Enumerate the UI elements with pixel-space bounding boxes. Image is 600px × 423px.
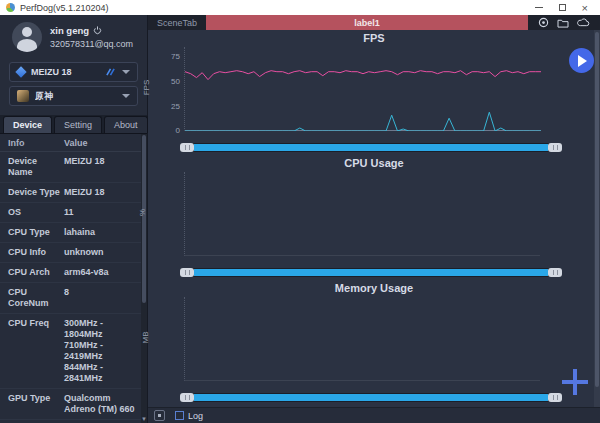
slider-fill[interactable] [194, 269, 548, 276]
user-email: 320578311@qq.com [50, 39, 133, 49]
sidebar-tabs: DeviceSettingAbout [0, 115, 147, 134]
tab-setting[interactable]: Setting [54, 116, 102, 133]
slider-fill[interactable] [194, 144, 548, 151]
slider-handle-right[interactable] [548, 268, 562, 277]
time-range-slider[interactable] [180, 393, 562, 402]
add-label-button[interactable] [562, 369, 588, 395]
slider-handle-left[interactable] [180, 143, 194, 152]
app-select[interactable]: 原神 [9, 86, 138, 106]
chart-title: Memory Usage [148, 282, 600, 295]
slider-handle-left[interactable] [180, 393, 194, 402]
table-header: Info Value [0, 134, 147, 152]
log-checkbox-label: Log [188, 411, 203, 421]
chart-title: FPS [148, 32, 600, 45]
cloud-upload-button[interactable] [577, 18, 590, 27]
scroll-down-arrow-icon[interactable]: ▼ [141, 416, 147, 422]
table-row: Device TypeMEIZU 18 [0, 183, 147, 203]
slider-fill[interactable] [194, 394, 548, 401]
charts-scrollbar[interactable] [594, 30, 600, 407]
table-row: CPU Infounknown [0, 243, 147, 263]
scene-tab-label: SceneTab [148, 15, 206, 30]
mark-point-button[interactable] [538, 17, 549, 28]
refresh-brush-icon[interactable] [105, 68, 116, 77]
close-button[interactable]: × [582, 4, 588, 12]
slider-handle-left[interactable] [180, 268, 194, 277]
open-file-button[interactable] [557, 18, 569, 28]
slider-handle-right[interactable] [548, 143, 562, 152]
log-checkbox[interactable] [175, 411, 184, 420]
device-select-value: MEIZU 18 [31, 67, 99, 77]
avatar [12, 22, 42, 52]
table-row: CPU Freq300MHz - 1804MHz 710MHz - 2419MH… [0, 314, 147, 389]
app-logo-icon [6, 3, 15, 12]
cpu-plot[interactable] [184, 172, 540, 256]
table-row: CPU Typelahaina [0, 223, 147, 243]
chart-title: CPU Usage [148, 157, 600, 170]
y-axis-label: FPS [142, 80, 151, 96]
sidebar: xin geng 320578311@qq.com MEIZU 18 原神 [0, 15, 148, 423]
logout-icon[interactable] [93, 26, 102, 35]
header-value: Value [64, 138, 88, 148]
y-axis-label: MB [141, 332, 150, 344]
memory-plot[interactable] [184, 297, 540, 381]
y-axis-label: % [138, 209, 147, 216]
memory-chart: Memory Usage MB [148, 282, 600, 407]
device-info-table-body: Device NameMEIZU 18Device TypeMEIZU 18OS… [0, 152, 147, 423]
chevron-down-icon [122, 70, 130, 74]
table-row: CPU Archarm64-v8a [0, 263, 147, 283]
window-title: PerfDog(v5.1.210204) [20, 3, 535, 13]
maximize-button[interactable] [559, 4, 566, 11]
scrollbar-thumb[interactable] [595, 32, 599, 386]
charts-area: FPS FPS 0255075 [148, 30, 600, 407]
play-button[interactable] [569, 48, 594, 73]
device-select[interactable]: MEIZU 18 [9, 62, 138, 82]
tab-device[interactable]: Device [3, 116, 52, 133]
tab-label1[interactable]: label1 [206, 15, 528, 30]
slider-handle-right[interactable] [548, 393, 562, 402]
device-icon [15, 66, 26, 77]
minimize-button[interactable] [535, 7, 543, 8]
user-name: xin geng [50, 25, 89, 36]
cpu-chart: CPU Usage % [148, 157, 600, 282]
app-thumbnail-icon [17, 90, 29, 102]
device-info-table: Info Value Device NameMEIZU 18Device Typ… [0, 134, 147, 423]
fps-plot[interactable] [184, 47, 540, 131]
bottom-bar: Log [148, 407, 600, 423]
x-axis-ticks [184, 256, 552, 267]
chevron-down-icon [122, 94, 130, 98]
title-bar: PerfDog(v5.1.210204) × [0, 0, 600, 15]
header-info: Info [0, 138, 64, 148]
x-axis-ticks [184, 381, 552, 392]
scrollbar-thumb[interactable] [142, 135, 146, 303]
table-row: CPU CoreNum8 [0, 283, 147, 314]
table-row: OS11 [0, 203, 147, 223]
main-panel: SceneTab label1 FPS [148, 15, 600, 423]
table-row: GPU TypeQualcomm Adreno (TM) 660 [0, 389, 147, 420]
time-range-slider[interactable] [180, 143, 562, 152]
tab-about[interactable]: About [104, 116, 148, 133]
fps-chart: FPS FPS 0255075 [148, 32, 600, 157]
app-select-value: 原神 [35, 90, 116, 103]
panel-toggle-button[interactable] [154, 410, 165, 421]
sidebar-scrollbar[interactable]: ▼ [141, 134, 147, 423]
x-axis-ticks [184, 131, 552, 142]
table-row: Device NameMEIZU 18 [0, 152, 147, 183]
time-range-slider[interactable] [180, 268, 562, 277]
user-panel: xin geng 320578311@qq.com [0, 15, 147, 58]
scene-tab-bar: SceneTab label1 [148, 15, 600, 30]
